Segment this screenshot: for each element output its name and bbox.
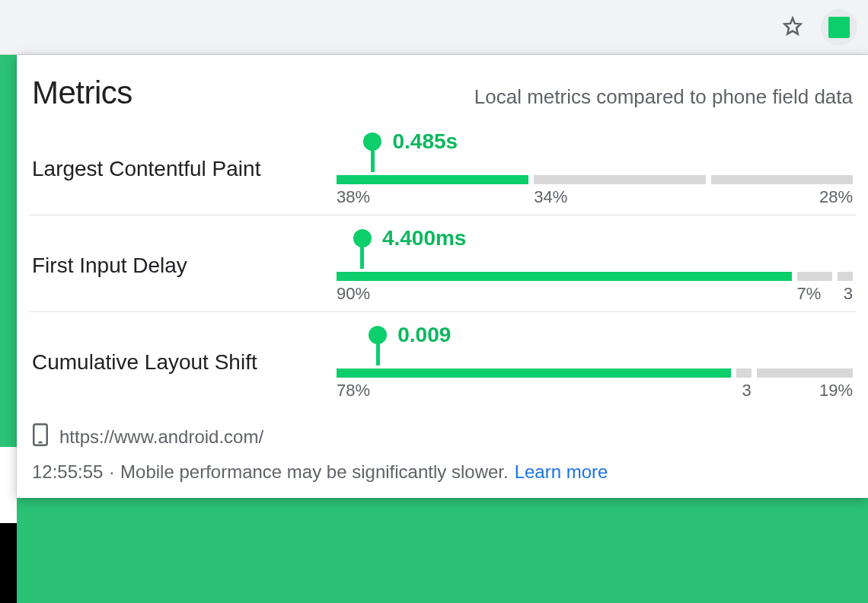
distribution-segment: 7% [797,272,832,281]
segment-label: 34% [534,187,567,207]
distribution-bar: 78%319% [337,368,853,378]
metric-name: Largest Contentful Paint [32,157,337,181]
distribution-bar: 90%7%3 [337,272,853,281]
distribution-segment: 38% [337,175,528,184]
distribution-segment: 19% [757,368,853,378]
metric-visual: 0.00978%319% [337,347,853,378]
segment-label: 7% [797,284,822,304]
phone-icon [32,423,49,451]
metric-row: Cumulative Layout Shift0.00978%319% [29,312,856,408]
metric-name: Cumulative Layout Shift [32,350,337,375]
footer-timestamp: 12:55:55 [32,461,103,483]
marker-stem [360,244,364,269]
metric-visual: 4.400ms90%7%3 [337,250,853,281]
panel-subtitle: Local metrics compared to phone field da… [474,85,853,109]
footer-note: Mobile performance may be significantly … [120,461,509,483]
segment-label: 90% [337,284,370,304]
local-value: 4.400ms [382,226,467,250]
metric-name: First Input Delay [32,254,337,278]
distribution-bar: 38%34%28% [337,175,853,184]
panel-header: Metrics Local metrics compared to phone … [29,75,856,119]
distribution-segment: 28% [711,175,853,184]
local-marker: 0.009 [369,326,387,365]
local-marker: 4.400ms [353,229,372,269]
metric-row: Largest Contentful Paint0.485s38%34%28% [29,119,856,215]
distribution-segment: 90% [337,272,792,281]
marker-stem [371,148,375,172]
segment-label: 78% [337,381,370,400]
marker-stem [376,341,380,365]
metric-visual: 0.485s38%34%28% [337,154,853,184]
browser-toolbar [0,0,868,55]
separator: · [109,461,114,483]
star-icon[interactable] [781,14,804,40]
metrics-panel: Metrics Local metrics compared to phone … [17,55,868,498]
local-marker: 0.485s [363,132,381,172]
panel-title: Metrics [32,75,132,111]
distribution-segment: 3 [736,368,752,378]
local-value: 0.485s [392,129,458,154]
segment-label: 19% [819,381,853,400]
extension-badge[interactable] [821,9,857,46]
learn-more-link[interactable]: Learn more [515,461,608,483]
distribution-segment: 78% [337,368,731,378]
distribution-segment: 3 [838,272,853,281]
distribution-segment: 34% [534,175,706,184]
metric-row: First Input Delay4.400ms90%7%3 [29,215,856,312]
segment-label: 3 [844,284,853,304]
footer-url: https://www.android.com/ [59,426,263,448]
extension-status-icon [828,17,850,38]
segment-label: 28% [819,187,853,207]
segment-label: 38% [337,187,370,207]
segment-label: 3 [742,381,752,400]
panel-footer: https://www.android.com/ 12:55:55 · Mobi… [29,408,856,486]
local-value: 0.009 [397,323,451,347]
